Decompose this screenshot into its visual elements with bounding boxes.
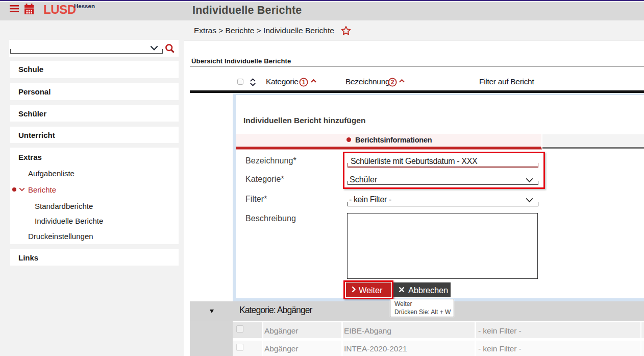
- svg-text:1: 1: [302, 79, 306, 86]
- svg-text:2: 2: [391, 79, 394, 86]
